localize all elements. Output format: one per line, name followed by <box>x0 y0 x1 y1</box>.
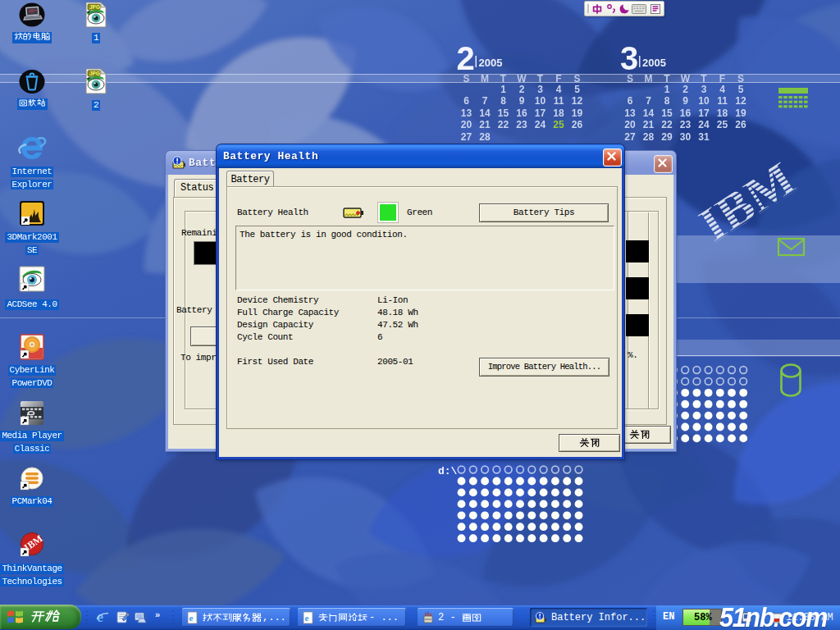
svg-text:d:\: d:\ <box>438 465 458 477</box>
svg-text:4: 4 <box>556 84 562 95</box>
svg-text:16: 16 <box>680 107 692 119</box>
svg-text:21: 21 <box>479 119 491 130</box>
svg-text:3: 3 <box>701 84 707 95</box>
svg-text:S: S <box>627 73 633 84</box>
svg-text:2: 2 <box>519 84 525 95</box>
svg-text:11: 11 <box>554 95 564 107</box>
svg-text:3: 3 <box>537 84 543 95</box>
svg-text:17: 17 <box>535 107 546 119</box>
svg-text:24: 24 <box>535 119 546 130</box>
svg-text:25: 25 <box>553 119 564 130</box>
svg-text:1: 1 <box>664 84 670 95</box>
svg-text:6: 6 <box>463 95 469 107</box>
svg-text:13: 13 <box>461 107 472 119</box>
svg-text:27: 27 <box>624 131 636 143</box>
svg-text:5: 5 <box>574 84 580 95</box>
svg-text:e: e <box>189 613 194 623</box>
svg-text:12: 12 <box>735 95 746 107</box>
svg-text:31: 31 <box>698 131 710 143</box>
svg-text:24: 24 <box>698 119 710 130</box>
svg-text:2005: 2005 <box>642 57 666 69</box>
svg-text:21: 21 <box>643 119 655 130</box>
svg-text:23: 23 <box>680 119 692 130</box>
svg-text:19: 19 <box>572 107 583 119</box>
svg-text:M: M <box>481 73 489 84</box>
svg-text:7: 7 <box>482 95 488 107</box>
svg-text:13: 13 <box>624 107 636 119</box>
svg-text:27: 27 <box>461 131 472 143</box>
svg-text:3: 3 <box>620 40 638 76</box>
svg-text:15: 15 <box>498 107 509 119</box>
svg-text:28: 28 <box>479 131 491 143</box>
svg-text:2005: 2005 <box>479 57 503 69</box>
svg-text:10: 10 <box>698 95 710 107</box>
svg-text:16: 16 <box>516 107 527 119</box>
svg-text:15: 15 <box>661 107 673 119</box>
svg-text:M: M <box>645 73 653 84</box>
svg-text:25: 25 <box>717 119 728 130</box>
svg-text:18: 18 <box>717 107 728 119</box>
svg-text:19: 19 <box>735 107 746 119</box>
svg-text:JPG: JPG <box>89 71 100 76</box>
svg-text:12: 12 <box>572 95 583 107</box>
svg-text:18: 18 <box>553 107 564 119</box>
svg-text:JPG: JPG <box>89 4 100 10</box>
svg-text:5: 5 <box>738 84 744 95</box>
svg-text:2: 2 <box>457 40 475 76</box>
svg-text:29: 29 <box>661 131 673 143</box>
svg-text:22: 22 <box>661 119 673 130</box>
svg-text:10: 10 <box>535 95 546 107</box>
svg-text:28: 28 <box>643 131 655 143</box>
svg-text:11: 11 <box>717 95 728 107</box>
svg-text:14: 14 <box>643 107 655 119</box>
svg-text:30: 30 <box>680 131 692 143</box>
svg-text:22: 22 <box>498 119 509 130</box>
svg-text:9: 9 <box>682 95 688 107</box>
svg-text:20: 20 <box>624 119 636 130</box>
svg-text:6: 6 <box>628 95 633 107</box>
svg-text:17: 17 <box>698 107 710 119</box>
svg-text:4: 4 <box>719 84 725 95</box>
svg-text:e: e <box>305 613 309 623</box>
svg-text:26: 26 <box>735 119 746 130</box>
svg-text:26: 26 <box>572 119 583 130</box>
svg-text:23: 23 <box>516 119 527 130</box>
svg-text:8: 8 <box>500 95 506 107</box>
svg-text:9: 9 <box>519 95 525 107</box>
svg-text:7: 7 <box>646 95 651 107</box>
svg-text:20: 20 <box>461 119 472 130</box>
svg-text:S: S <box>463 73 469 84</box>
svg-text:14: 14 <box>479 107 491 119</box>
svg-text:1: 1 <box>500 84 506 95</box>
svg-text:8: 8 <box>664 95 670 107</box>
svg-text:2: 2 <box>682 84 688 95</box>
